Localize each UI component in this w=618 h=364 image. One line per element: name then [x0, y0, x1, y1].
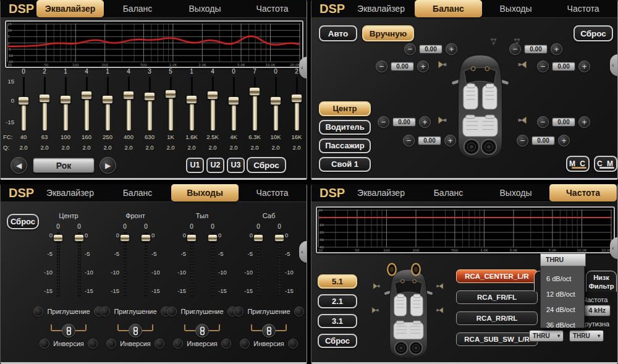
output-slider-track[interactable]	[57, 232, 60, 297]
eq-slider-handle[interactable]	[81, 91, 92, 99]
channel-link-button[interactable]	[129, 324, 142, 337]
tab-equalizer[interactable]: Эквалайзер	[347, 0, 415, 18]
output-slider-handle[interactable]	[274, 234, 284, 242]
mute-left-toggle[interactable]	[100, 307, 110, 316]
eq-slider-track[interactable]	[191, 77, 193, 95]
rca-channel-button-2[interactable]: RCA_RR/RL	[456, 311, 538, 325]
output-slider-track[interactable]	[124, 232, 127, 297]
balance-minus-button[interactable]: −	[376, 61, 387, 72]
eq-slider-handle[interactable]	[186, 95, 197, 104]
mc-unit-button[interactable]: M C	[566, 156, 590, 172]
mute-left-toggle[interactable]	[234, 307, 243, 316]
tab-balance[interactable]: Баланс	[104, 0, 171, 18]
eq-slider-handle[interactable]	[270, 96, 281, 105]
mute-left-toggle[interactable]	[33, 307, 43, 316]
frequency-reset-button[interactable]: Сброс	[318, 334, 357, 348]
mute-right-toggle[interactable]	[294, 307, 304, 316]
eq-slider-handle[interactable]	[60, 95, 71, 104]
output-slider-handle[interactable]	[253, 234, 263, 242]
eq-slider-track[interactable]	[149, 77, 151, 92]
panel-collapse-handle[interactable]: ‹	[299, 241, 307, 263]
slope-dropdown-selected[interactable]: THRU	[540, 253, 586, 266]
position-button-3[interactable]: Пассажир	[319, 138, 371, 153]
output-slider-track[interactable]	[78, 232, 81, 297]
balance-minus-button[interactable]: −	[537, 61, 549, 72]
output-slider-track[interactable]	[190, 232, 193, 297]
balance-plus-button[interactable]: +	[558, 135, 570, 146]
eq-slider-handle[interactable]	[39, 94, 50, 103]
eq-slider-track[interactable]	[44, 77, 46, 94]
invert-right-toggle[interactable]	[288, 339, 298, 349]
output-slider-track[interactable]	[257, 232, 260, 297]
balance-plus-button[interactable]: +	[444, 135, 456, 146]
eq-slider-handle[interactable]	[228, 96, 239, 105]
output-slider-handle[interactable]	[187, 234, 197, 242]
balance-plus-button[interactable]: +	[578, 116, 590, 128]
slope-dropdown-option[interactable]: 6 dB/oct	[541, 271, 584, 287]
eq-slider-track[interactable]	[275, 77, 277, 96]
invert-left-toggle[interactable]	[40, 339, 49, 349]
eq-slider-track[interactable]	[212, 77, 214, 91]
balance-value-field[interactable]: 0.00	[392, 117, 416, 127]
channel-link-button[interactable]	[195, 324, 209, 337]
tab-outputs[interactable]: Выходы	[171, 0, 239, 18]
balance-plus-button[interactable]: +	[446, 43, 457, 55]
output-slider-handle[interactable]	[74, 234, 84, 242]
eq-slider-track[interactable]	[128, 77, 130, 91]
balance-value-field[interactable]: 0.00	[552, 62, 575, 71]
balance-value-field[interactable]: 0.00	[552, 117, 575, 127]
tab-frequency[interactable]: Частота	[549, 0, 617, 18]
balance-reset-button[interactable]: Сброс	[574, 25, 613, 41]
output-slider-handle[interactable]	[53, 234, 63, 242]
tab-outputs[interactable]: Выходы	[482, 0, 549, 18]
balance-minus-button[interactable]: −	[517, 135, 528, 146]
preset-next-button[interactable]: ▶	[99, 157, 116, 174]
mode-button-3-1[interactable]: 3.1	[318, 314, 357, 328]
position-button-2[interactable]: Водитель	[319, 120, 371, 135]
tab-frequency[interactable]: Частота	[549, 184, 617, 201]
eq-slider-handle[interactable]	[18, 96, 29, 105]
balance-plus-button[interactable]: +	[578, 61, 590, 72]
eq-slider-track[interactable]	[296, 77, 298, 94]
tab-frequency[interactable]: Частота	[239, 184, 306, 202]
eq-slider-handle[interactable]	[102, 95, 113, 104]
balance-value-field[interactable]: 0.00	[418, 136, 441, 145]
cm-unit-button[interactable]: C M	[594, 156, 617, 172]
balance-plus-button[interactable]: +	[419, 116, 431, 128]
eq-slider-track[interactable]	[23, 77, 25, 96]
balance-minus-button[interactable]: −	[537, 116, 549, 128]
tab-lowpass-filter[interactable]: Низк Фильтр	[586, 271, 617, 292]
eq-slider-track[interactable]	[170, 77, 172, 90]
balance-value-field[interactable]: 0.00	[531, 136, 555, 145]
tab-balance[interactable]: Баланс	[415, 0, 482, 17]
eq-slider-track[interactable]	[254, 77, 256, 87]
invert-left-toggle[interactable]	[173, 339, 183, 349]
user-preset-button-u1[interactable]: U1	[186, 158, 204, 173]
eq-slider-track[interactable]	[107, 77, 109, 95]
mode-button-2-1[interactable]: 2.1	[318, 294, 357, 308]
slope-dropdown-option[interactable]: 24 dB/oct	[541, 302, 584, 318]
tab-balance[interactable]: Баланс	[415, 184, 482, 202]
panel-collapse-handle[interactable]: ‹	[610, 237, 618, 259]
slope-dropdown-option[interactable]: 36 dB/oct	[541, 318, 584, 333]
balance-manual-button[interactable]: Вручную	[362, 25, 414, 41]
balance-auto-button[interactable]: Авто	[319, 25, 357, 41]
preset-prev-button[interactable]: ◀	[11, 157, 27, 174]
eq-slider-handle[interactable]	[207, 91, 218, 99]
outputs-reset-button[interactable]: Сброс	[7, 214, 39, 229]
output-slider-track[interactable]	[211, 232, 214, 297]
position-button-4[interactable]: Свой 1	[319, 157, 371, 172]
eq-slider-handle[interactable]	[249, 87, 260, 96]
eq-slider-handle[interactable]	[291, 94, 302, 103]
balance-value-field[interactable]: 0.00	[391, 62, 414, 71]
user-preset-button-u3[interactable]: U3	[227, 158, 245, 173]
balance-plus-button[interactable]: +	[551, 43, 562, 55]
tab-equalizer[interactable]: Эквалайзер	[36, 0, 104, 17]
mode-button-5-1[interactable]: 5.1	[318, 274, 357, 289]
balance-plus-button[interactable]: +	[417, 61, 429, 72]
balance-value-field[interactable]: 0.00	[524, 44, 548, 54]
invert-left-toggle[interactable]	[106, 339, 116, 349]
tab-frequency[interactable]: Частота	[239, 0, 306, 18]
eq-slider-track[interactable]	[86, 77, 88, 91]
output-slider-handle[interactable]	[141, 234, 151, 242]
